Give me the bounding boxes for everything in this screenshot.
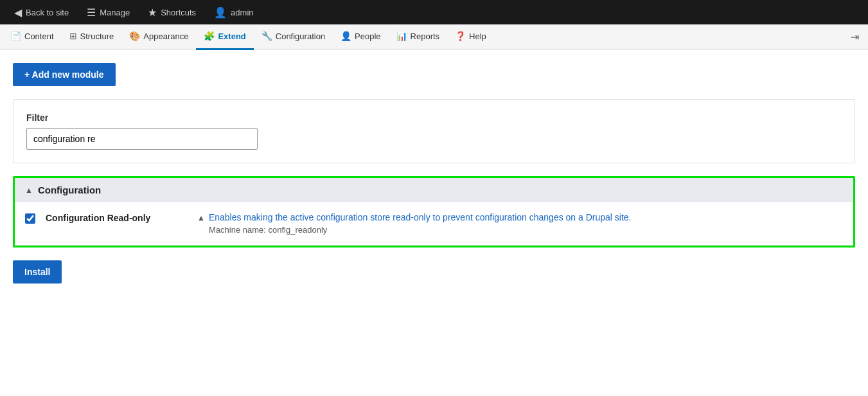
section-header[interactable]: ▲ Configuration xyxy=(15,178,853,202)
chevron-up-icon: ▲ xyxy=(25,186,33,195)
shortcuts-label: Shortcuts xyxy=(161,8,196,17)
module-checkbox[interactable] xyxy=(25,213,35,224)
machine-name: Machine name: config_readonly xyxy=(197,225,843,235)
filter-label: Filter xyxy=(26,113,842,123)
people-icon: 👤 xyxy=(341,31,351,41)
shortcuts-button[interactable]: ★ Shortcuts xyxy=(139,0,205,24)
module-section: ▲ Configuration Configuration Read-only … xyxy=(13,176,855,248)
chevron-up-icon: ▲ xyxy=(197,213,205,222)
user-icon: 👤 xyxy=(214,6,227,19)
nav-bar: 📄 Content ⊞ Structure 🎨 Appearance 🧩 Ext… xyxy=(0,24,868,50)
section-title: Configuration xyxy=(38,184,101,195)
nav-content[interactable]: 📄 Content xyxy=(3,24,62,50)
install-button[interactable]: Install xyxy=(13,260,62,284)
manage-button[interactable]: ☰ Manage xyxy=(78,0,139,24)
nav-people[interactable]: 👤 People xyxy=(333,24,388,50)
module-desc-cell: ▲ Enables making the active configuratio… xyxy=(197,212,843,235)
back-to-site-button[interactable]: ◀ Back to site xyxy=(5,0,78,24)
arrow-left-icon: ◀ xyxy=(14,6,22,19)
manage-label: Manage xyxy=(100,8,130,17)
configuration-icon: 🔧 xyxy=(261,31,272,41)
filter-input[interactable] xyxy=(26,128,258,150)
star-icon: ★ xyxy=(148,6,157,19)
back-to-site-label: Back to site xyxy=(26,8,69,17)
content-icon: 📄 xyxy=(10,31,21,41)
extend-icon: 🧩 xyxy=(204,31,215,41)
nav-configuration[interactable]: 🔧 Configuration xyxy=(254,24,333,50)
reports-icon: 📊 xyxy=(396,31,407,41)
admin-label: admin xyxy=(231,8,253,17)
nav-appearance[interactable]: 🎨 Appearance xyxy=(121,24,196,50)
nav-extend[interactable]: 🧩 Extend xyxy=(196,24,253,50)
filter-box: Filter xyxy=(13,99,855,163)
appearance-icon: 🎨 xyxy=(129,31,140,41)
nav-structure[interactable]: ⊞ Structure xyxy=(62,24,122,50)
module-description: Enables making the active configuration … xyxy=(209,212,632,222)
nav-collapse-button[interactable]: ⇥ xyxy=(844,31,865,43)
table-row: Configuration Read-only ▲ Enables making… xyxy=(15,202,853,246)
admin-user-button[interactable]: 👤 admin xyxy=(205,0,262,24)
menu-icon: ☰ xyxy=(87,6,96,19)
module-checkbox-cell xyxy=(25,212,35,224)
nav-reports[interactable]: 📊 Reports xyxy=(389,24,448,50)
main-content: + Add new module Filter ▲ Configuration … xyxy=(0,50,868,296)
structure-icon: ⊞ xyxy=(69,31,77,41)
help-icon: ❓ xyxy=(455,31,466,41)
admin-toolbar: ◀ Back to site ☰ Manage ★ Shortcuts 👤 ad… xyxy=(0,0,868,24)
add-module-button[interactable]: + Add new module xyxy=(13,63,116,86)
nav-help[interactable]: ❓ Help xyxy=(447,24,494,50)
module-name: Configuration Read-only xyxy=(46,212,187,223)
module-desc-header: ▲ Enables making the active configuratio… xyxy=(197,212,843,222)
